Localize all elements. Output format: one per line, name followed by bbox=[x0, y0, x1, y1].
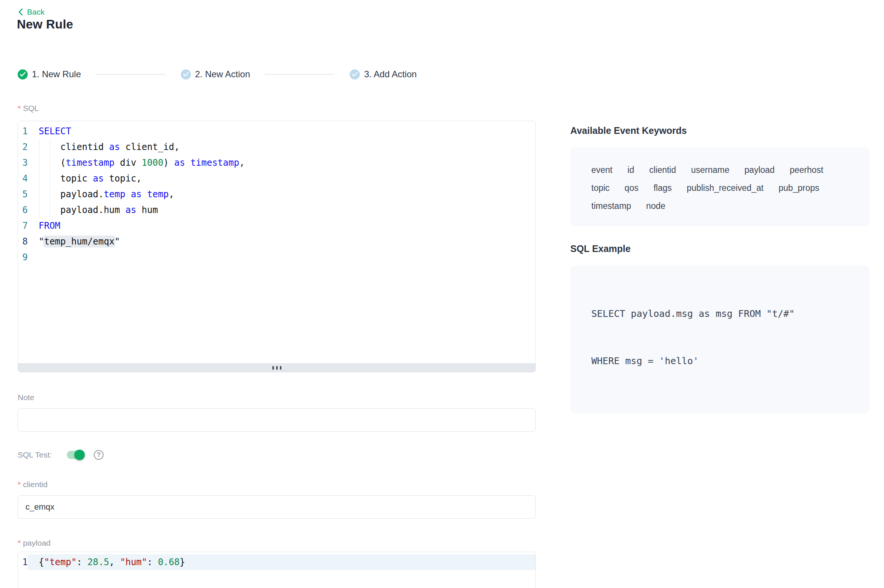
back-link[interactable]: Back bbox=[18, 8, 45, 16]
keyword-item: payload bbox=[744, 161, 775, 179]
toggle-knob bbox=[74, 450, 85, 460]
step-connector bbox=[96, 74, 166, 75]
line-number: 4 bbox=[18, 171, 28, 186]
keyword-item: pub_props bbox=[779, 179, 819, 197]
required-mark: * bbox=[18, 104, 21, 112]
line-number: 5 bbox=[18, 186, 28, 202]
code-line[interactable]: 1SELECT bbox=[18, 123, 535, 139]
sql-test-label: SQL Test: bbox=[18, 450, 52, 459]
code-line[interactable]: 4 topic as topic, bbox=[18, 171, 535, 186]
line-number: 8 bbox=[18, 234, 28, 249]
code-line[interactable]: 9 bbox=[18, 249, 535, 265]
step-add-action[interactable]: 3. Add Action bbox=[350, 69, 416, 80]
chevron-left-icon bbox=[18, 8, 24, 16]
stepper: 1. New Rule 2. New Action 3. Add Action bbox=[18, 69, 417, 80]
check-icon bbox=[18, 69, 28, 80]
keywords-card: eventidclientidusernamepayloadpeerhostto… bbox=[570, 147, 869, 226]
code-line[interactable]: 1{"temp": 28.5, "hum": 0.68} bbox=[18, 554, 535, 570]
payload-editor[interactable]: 1{"temp": 28.5, "hum": 0.68} bbox=[18, 552, 536, 588]
code-line[interactable]: 3 (timestamp div 1000) as timestamp, bbox=[18, 155, 535, 171]
code-line[interactable]: 8"temp_hum/emqx" bbox=[18, 234, 535, 249]
keyword-item: qos bbox=[625, 179, 639, 197]
help-panel: Available Event Keywords eventidclientid… bbox=[570, 125, 869, 413]
step-connector bbox=[265, 74, 335, 75]
step-label: 3. Add Action bbox=[364, 69, 416, 80]
keyword-item: event bbox=[591, 161, 612, 179]
sql-test-toggle[interactable] bbox=[67, 451, 84, 459]
line-number: 7 bbox=[18, 218, 28, 234]
sql-example-title: SQL Example bbox=[570, 243, 869, 254]
keyword-item: clientid bbox=[649, 161, 676, 179]
keyword-item: node bbox=[646, 197, 665, 215]
sql-example-line: WHERE msg = 'hello' bbox=[591, 353, 854, 369]
code-line[interactable]: 7FROM bbox=[18, 218, 535, 234]
keyword-item: flags bbox=[654, 179, 672, 197]
keyword-item: id bbox=[627, 161, 634, 179]
line-number: 2 bbox=[18, 139, 28, 155]
sql-editor[interactable]: 1SELECT2 clientid as client_id,3 (timest… bbox=[18, 121, 536, 372]
line-number: 1 bbox=[18, 554, 28, 570]
line-number: 1 bbox=[18, 123, 28, 139]
line-number: 3 bbox=[18, 155, 28, 171]
code-line[interactable]: 2 clientid as client_id, bbox=[18, 139, 535, 155]
keyword-item: peerhost bbox=[790, 161, 824, 179]
drag-handle-dots-icon bbox=[272, 366, 274, 370]
keyword-item: timestamp bbox=[591, 197, 631, 215]
line-number: 6 bbox=[18, 202, 28, 218]
clientid-field-label: *clientid bbox=[18, 480, 536, 489]
keyword-item: topic bbox=[591, 179, 610, 197]
sql-field-label: *SQL bbox=[18, 104, 536, 113]
sql-test-row: SQL Test: ? bbox=[18, 449, 536, 461]
step-new-action[interactable]: 2. New Action bbox=[181, 69, 250, 80]
code-line[interactable]: 5 payload.temp as temp, bbox=[18, 186, 535, 202]
step-label: 1. New Rule bbox=[32, 69, 81, 80]
code-line[interactable]: 6 payload.hum as hum bbox=[18, 202, 535, 218]
note-field-label: Note bbox=[18, 393, 536, 402]
keywords-title: Available Event Keywords bbox=[570, 125, 869, 136]
check-icon bbox=[181, 69, 191, 80]
keyword-item: publish_received_at bbox=[687, 179, 764, 197]
editor-resize-handle[interactable] bbox=[18, 363, 535, 372]
step-label: 2. New Action bbox=[195, 69, 250, 80]
rule-form: *SQL 1SELECT2 clientid as client_id,3 (t… bbox=[18, 104, 536, 588]
payload-field-label: *payload bbox=[18, 538, 536, 548]
line-number: 9 bbox=[18, 249, 28, 265]
check-icon bbox=[350, 69, 360, 80]
required-mark: * bbox=[18, 480, 21, 489]
sql-editor-body[interactable]: 1SELECT2 clientid as client_id,3 (timest… bbox=[18, 121, 535, 363]
required-mark: * bbox=[18, 538, 21, 547]
note-input[interactable] bbox=[18, 408, 536, 432]
clientid-input[interactable] bbox=[18, 495, 536, 519]
back-label: Back bbox=[27, 8, 45, 16]
sql-example-card: SELECT payload.msg as msg FROM "t/#" WHE… bbox=[570, 266, 869, 413]
page-title: New Rule bbox=[17, 17, 73, 32]
new-rule-page: Back New Rule 1. New Rule 2. New Action … bbox=[0, 0, 884, 588]
keyword-item: username bbox=[691, 161, 729, 179]
help-icon[interactable]: ? bbox=[94, 450, 104, 460]
step-new-rule[interactable]: 1. New Rule bbox=[18, 69, 81, 80]
sql-example-line: SELECT payload.msg as msg FROM "t/#" bbox=[591, 306, 854, 322]
